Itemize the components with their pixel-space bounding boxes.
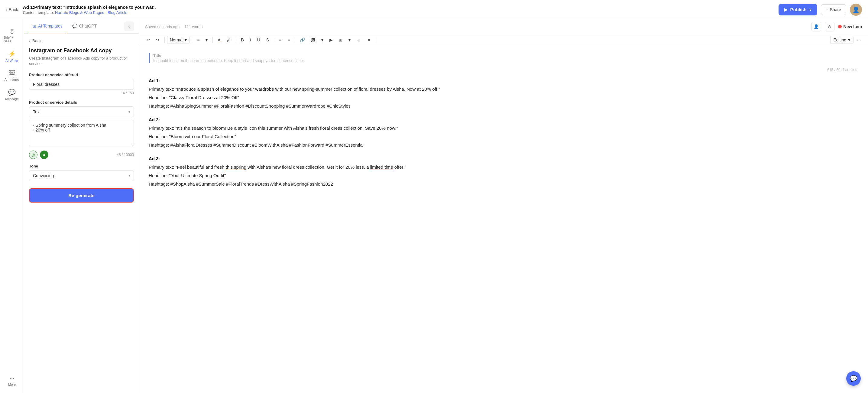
product-char-count: 14 / 150 [29,91,134,95]
undo-button[interactable]: ↩ [144,36,152,44]
details-textarea[interactable]: - Spring summery collection from Aisha -… [29,120,134,147]
sidebar-item-more[interactable]: ··· More [1,371,23,389]
italic-button[interactable]: I [248,36,254,44]
main-layout: ◎ Brief + SEO ⚡ AI Writer 🖼 AI Images 💬 … [0,19,868,393]
ad2-headline: Headline: "Bloom with our Floral Collect… [149,133,858,140]
chat-bubble-button[interactable]: 💬 [846,371,861,386]
ad1-hashtags: Hashtags: #AishaSpingSummer #FloralFashi… [149,102,858,110]
sidebar-label-message: Message [5,97,19,101]
details-type-select[interactable]: Text File URL [29,107,134,117]
editing-label: Editing [834,37,846,42]
topbar-info: Ad 1:Primary text: "Introduce splash of … [23,4,156,15]
details-type-wrapper: Text File URL ▾ [29,107,134,117]
align-chevron-button[interactable]: ▾ [203,36,210,44]
tab-chatgpt[interactable]: 💬 ChatGPT [67,19,101,33]
image-chevron-button[interactable]: ▾ [319,36,326,44]
ad3-primary-end: offer!" [393,164,406,170]
new-item-dot-icon [838,25,842,28]
more-icon: ··· [9,374,14,382]
editor-meta: Saved seconds ago 111 words [145,25,203,29]
emoji-button[interactable]: ☺ [354,36,363,44]
text-color-button[interactable]: A [215,36,223,44]
ad3-number: Ad 3: [149,156,858,161]
bullet-list-button[interactable]: ≡ [277,36,284,44]
panel-collapse-button[interactable]: ‹ [124,22,134,31]
tab-ai-templates[interactable]: ⊞ AI Templates [28,19,67,33]
ad1-block: Ad 1: Primary text: "Introduce a splash … [149,78,858,110]
editing-select[interactable]: Editing ▾ [830,36,854,44]
editor-area: Saved seconds ago 111 words 👤 ⊙ New Item… [139,19,868,393]
textarea-icon-outline[interactable]: ◎ [29,151,37,159]
topbar-subtitle: Content template: Narrato Blogs & Web Pa… [23,10,156,15]
play-button[interactable]: ▶ [327,36,335,44]
ai-templates-tab-icon: ⊞ [33,24,36,28]
publish-button[interactable]: ▶ Publish ∨ [779,4,817,16]
underline-button[interactable]: U [255,36,262,44]
sidebar-item-brief-seo[interactable]: ◎ Brief + SEO [1,24,23,46]
title-hint-block: Title It should focus on the learning ou… [149,53,858,63]
textarea-icon-filled[interactable]: ● [40,151,49,159]
char-limit: 615 / 60 characters [149,68,858,72]
template-link[interactable]: Narrato Blogs & Web Pages - Blog Article [55,10,127,15]
editor-header-right: 👤 ⊙ New Item [811,22,862,31]
strikethrough-button[interactable]: S [264,36,271,44]
product-input[interactable] [29,79,134,90]
details-char-count: 48 / 10000 [117,153,134,157]
editor-header: Saved seconds ago 111 words 👤 ⊙ New Item [139,19,868,34]
table-chevron-button[interactable]: ▾ [346,36,353,44]
publish-chevron-icon: ∨ [809,7,812,12]
sidebar-item-ai-images[interactable]: 🖼 AI Images [1,66,23,84]
new-item-button[interactable]: New Item [838,24,862,29]
format-select[interactable]: Normal ▾ [167,36,189,44]
toolbar-divider-1 [164,37,165,43]
bold-button[interactable]: B [239,36,246,44]
highlight-button[interactable]: 🖊 [224,36,233,44]
sidebar-item-ai-writer[interactable]: ⚡ AI Writer [1,47,23,65]
ai-templates-tab-label: AI Templates [38,24,63,28]
ad2-block: Ad 2: Primary text: "It's the season to … [149,117,858,149]
ad2-number: Ad 2: [149,117,858,122]
topbar-title: Ad 1:Primary text: "Introduce splash of … [23,4,156,10]
image-button[interactable]: 🖼 [309,36,318,44]
tone-select-wrapper: Convincing Friendly Professional Casual … [29,170,134,181]
details-field-group: Product or service details Text File URL… [29,100,134,159]
regenerate-button[interactable]: Re-generate [29,188,134,203]
back-button[interactable]: ‹ Back [6,7,18,12]
tone-select[interactable]: Convincing Friendly Professional Casual … [29,170,134,181]
tone-field-group: Tone Convincing Friendly Professional Ca… [29,164,134,181]
align-button[interactable]: ≡ [195,36,202,44]
numbered-list-button[interactable]: ≡ [285,36,292,44]
textarea-icons: ◎ ● [29,151,49,159]
panel-tabs: ⊞ AI Templates 💬 ChatGPT ‹ [24,19,139,34]
message-icon: 💬 [8,89,16,96]
ad3-block: Ad 3: Primary text: "Feel beautiful and … [149,156,858,188]
word-count: 111 words [184,25,203,29]
ad1-primary: Primary text: "Introduce a splash of ele… [149,86,858,93]
ad3-highlight-red: limited time [370,164,393,170]
ad3-headline: Headline: "Your Ultimate Spring Outfit" [149,172,858,179]
more-toolbar-button[interactable]: ··· [855,36,863,44]
collaborator-icon[interactable]: 👤 [811,22,821,31]
redo-button[interactable]: ↪ [154,36,162,44]
panel-body: ‹ Back Instagram or Facebook Ad copy Cre… [24,34,139,393]
ad3-primary-mid: with Aisha's new floral dress collection… [246,164,370,170]
publish-icon: ▶ [784,7,787,12]
format-label: Normal [170,37,183,42]
editing-chevron-icon: ▾ [848,37,850,42]
publish-label: Publish [790,7,806,12]
ad2-primary: Primary text: "It's the season to bloom!… [149,125,858,132]
avatar[interactable]: 👤 [850,4,862,16]
table-button[interactable]: ⊞ [336,36,345,44]
link-button[interactable]: 🔗 [298,36,307,44]
share-button[interactable]: ↑ Share [821,4,846,15]
panel-back-button[interactable]: ‹ Back [29,38,42,43]
toolbar-divider-7 [376,37,376,43]
clean-format-button[interactable]: ✕ [365,36,373,44]
ad1-headline: Headline: "Classy Floral Dresses at 20% … [149,94,858,101]
icon-sidebar: ◎ Brief + SEO ⚡ AI Writer 🖼 AI Images 💬 … [0,19,24,393]
sidebar-label-more: More [8,383,16,386]
product-label: Product or service offered [29,72,134,77]
sidebar-label-brief-seo: Brief + SEO [4,36,20,43]
sidebar-item-message[interactable]: 💬 Message [1,86,23,104]
history-icon[interactable]: ⊙ [825,22,834,31]
